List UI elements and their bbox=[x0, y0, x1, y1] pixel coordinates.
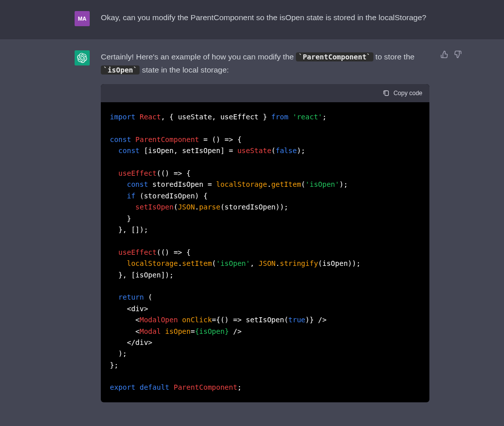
svg-rect-0 bbox=[385, 91, 388, 95]
feedback-controls bbox=[440, 50, 462, 58]
copy-code-label: Copy code bbox=[394, 88, 422, 98]
openai-logo-icon bbox=[77, 53, 87, 63]
assistant-intro-post: state in the local storage: bbox=[140, 65, 229, 74]
thumbs-up-icon[interactable] bbox=[440, 50, 449, 58]
copy-code-button[interactable]: Copy code bbox=[383, 88, 422, 98]
code-body: import React, { useState, useEffect } fr… bbox=[101, 102, 429, 402]
clipboard-icon bbox=[383, 90, 390, 97]
user-message-row: MA Okay, can you modify the ParentCompon… bbox=[0, 0, 504, 39]
assistant-intro-pre: Certainly! Here's an example of how you … bbox=[101, 52, 296, 61]
user-message-text: Okay, can you modify the ParentComponent… bbox=[101, 11, 429, 26]
user-avatar-initials: MA bbox=[78, 16, 86, 22]
assistant-message-content: Certainly! Here's an example of how you … bbox=[101, 50, 429, 402]
assistant-inline-code-isopen: `isOpen` bbox=[101, 65, 140, 75]
code-block-header: Copy code bbox=[101, 84, 429, 102]
assistant-inline-code-parentcomponent: `ParentComponent` bbox=[296, 52, 373, 61]
assistant-intro-mid: to store the bbox=[373, 52, 415, 61]
code-block: Copy code import React, { useState, useE… bbox=[101, 84, 429, 402]
assistant-avatar bbox=[75, 50, 90, 65]
thumbs-down-icon[interactable] bbox=[454, 50, 462, 58]
user-avatar: MA bbox=[75, 11, 90, 26]
assistant-message-row: Certainly! Here's an example of how you … bbox=[0, 39, 504, 415]
